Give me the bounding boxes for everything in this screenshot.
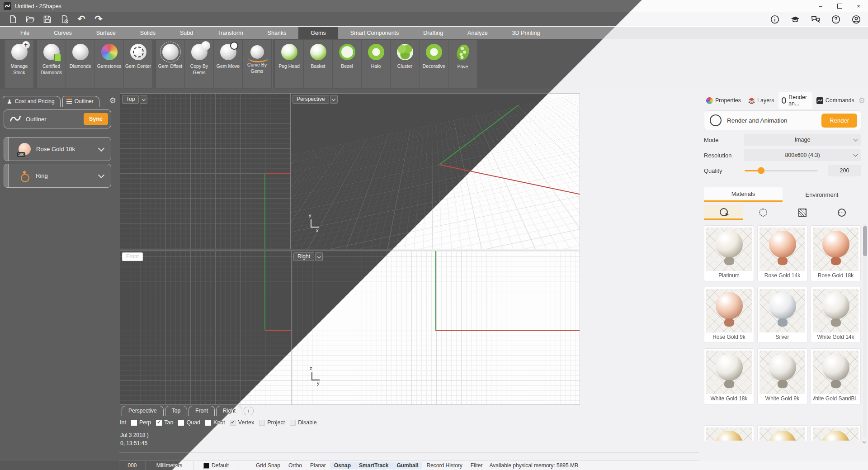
tool-cluster[interactable]: Cluster (391, 40, 419, 88)
tool-certified-diamonds[interactable]: Certified Diamonds (37, 40, 66, 88)
scrollbar-thumb[interactable] (863, 226, 867, 256)
chat-icon[interactable] (809, 14, 822, 25)
toggle-planar[interactable]: Planar (306, 462, 330, 469)
osnap-vertex[interactable]: Vertex (230, 419, 254, 426)
category-metals[interactable] (704, 205, 743, 220)
resolution-select[interactable]: 800x600 (4:3) (744, 149, 861, 161)
toggle-grid-snap[interactable]: Grid Snap (252, 462, 284, 469)
tab-transform[interactable]: Transform (205, 27, 255, 39)
tab-gems[interactable]: Gems (298, 27, 338, 39)
tool-manage-stock[interactable]: Manage Stock (5, 40, 33, 88)
tab-solids[interactable]: Solids (128, 27, 168, 39)
outliner-item-ring[interactable]: Ring (4, 164, 111, 188)
tool-peg-head[interactable]: Peg Head (275, 40, 303, 88)
viewport-label-right[interactable]: Right (293, 252, 314, 261)
tool-diamonds[interactable]: Diamonds (66, 40, 94, 88)
osnap-quad[interactable]: Quad (178, 419, 200, 426)
checkbox[interactable] (156, 420, 162, 426)
tool-gem-move[interactable]: Gem Move (214, 40, 242, 88)
tool-halo[interactable]: Halo (362, 40, 390, 88)
add-viewport-button[interactable]: + (244, 407, 254, 415)
tab-curves[interactable]: Curves (42, 27, 84, 39)
info-icon[interactable] (769, 14, 781, 25)
toggle-ortho[interactable]: Ortho (284, 462, 306, 469)
tab-drafting[interactable]: Drafting (411, 27, 455, 39)
toggle-filter[interactable]: Filter (467, 462, 487, 469)
checkbox[interactable] (178, 420, 184, 426)
command-input[interactable] (119, 452, 699, 461)
gear-icon[interactable]: ⚙ (109, 96, 116, 105)
tool-gemstones[interactable]: Gemstones (95, 40, 123, 88)
material-partial[interactable] (704, 425, 754, 441)
tab-materials[interactable]: Materials (704, 187, 783, 202)
viewport-tab-perspective[interactable]: Perspective (122, 406, 164, 416)
osnap-perp[interactable]: Perp (131, 419, 151, 426)
viewport-menu-icon[interactable] (330, 95, 338, 104)
incremental-save-icon[interactable] (58, 14, 71, 25)
tab-properties[interactable]: Properties (703, 95, 744, 106)
toggle-record-history[interactable]: Record History (422, 462, 466, 469)
scroll-down-button[interactable] (861, 439, 867, 445)
sync-button[interactable]: Sync (84, 113, 108, 125)
material-rose-gold-18k[interactable]: Rose Gold 18k (811, 225, 861, 281)
checkbox[interactable] (290, 420, 296, 426)
material-silver[interactable]: Silver (757, 287, 807, 343)
item-drag-handle[interactable] (4, 164, 9, 187)
tab-analyze[interactable]: Analyze (455, 27, 500, 39)
outliner-item-rose-gold[interactable]: 18K Rose Gold 18k (4, 137, 111, 161)
material-white-gold-sandblast[interactable]: White Gold SandBl… (811, 348, 861, 404)
scrollbar[interactable] (863, 224, 867, 437)
chevron-down-icon[interactable] (98, 145, 104, 151)
tool-basket[interactable]: Basket (304, 40, 332, 88)
material-rose-gold-9k[interactable]: Rose Gold 9k (704, 287, 754, 343)
category-gems[interactable] (743, 205, 783, 220)
material-rose-gold-14k[interactable]: Rose Gold 14k (757, 225, 807, 281)
minimize-button[interactable]: – (811, 0, 830, 12)
quality-value-field[interactable]: 200 (828, 165, 861, 176)
tab-layers[interactable]: Layers (745, 95, 778, 106)
tool-decorative[interactable]: Decorative (420, 40, 448, 88)
tab-smart-components[interactable]: Smart Components (338, 27, 411, 39)
undo-icon[interactable]: ↶ (75, 14, 88, 25)
tab-subd[interactable]: Subd (168, 27, 205, 39)
layer-cell[interactable]: Default (193, 461, 239, 470)
toggle-smarttrack[interactable]: SmartTrack (355, 462, 392, 469)
tab-commands[interactable]: Commands (813, 95, 858, 106)
checkbox[interactable] (131, 420, 137, 426)
close-button[interactable]: × (849, 0, 868, 12)
tab-outliner[interactable]: Outliner (62, 96, 99, 107)
toggle-gumball[interactable]: Gumball (392, 462, 422, 469)
osnap-label-int[interactable]: Int (120, 419, 126, 426)
tool-gem-center[interactable]: Gem Center (124, 40, 152, 88)
chevron-down-icon[interactable] (98, 171, 104, 178)
material-white-gold-14k[interactable]: White Gold 14k (811, 287, 861, 343)
checkbox[interactable] (205, 420, 211, 426)
slider-handle[interactable] (758, 167, 764, 174)
gear-icon[interactable]: ⚙ (859, 96, 865, 105)
tab-render-and-animation[interactable]: Render an... (778, 92, 812, 109)
viewport-label-front[interactable]: Front (122, 252, 143, 261)
account-icon[interactable] (850, 14, 863, 25)
tool-pave[interactable]: Pave (448, 40, 477, 88)
viewport-label-perspective[interactable]: Perspective (292, 95, 329, 104)
tab-shanks[interactable]: Shanks (255, 27, 299, 39)
category-more[interactable]: ⋯ (822, 205, 861, 220)
education-icon[interactable] (789, 14, 802, 25)
tab-file[interactable]: File (8, 27, 42, 39)
tool-copy-by-gems[interactable]: Copy By Gems (185, 40, 213, 88)
osnap-tan[interactable]: Tan (156, 419, 173, 426)
maximize-button[interactable] (830, 0, 849, 12)
viewport-tab-top[interactable]: Top (165, 406, 187, 416)
item-drag-handle[interactable] (4, 138, 9, 161)
viewport-menu-icon[interactable] (140, 95, 147, 104)
viewport-menu-icon[interactable] (315, 252, 323, 261)
category-textures[interactable] (783, 205, 822, 220)
osnap-disable[interactable]: Disable (290, 419, 317, 426)
material-partial[interactable] (757, 425, 807, 441)
tool-gem-offset[interactable]: Gem Offset (156, 40, 184, 88)
tab-surface[interactable]: Surface (84, 27, 128, 39)
new-file-icon[interactable] (6, 14, 19, 25)
osnap-project[interactable]: Project (259, 419, 285, 426)
material-white-gold-9k[interactable]: White Gold 9k (757, 348, 807, 404)
quality-slider[interactable] (745, 170, 818, 171)
